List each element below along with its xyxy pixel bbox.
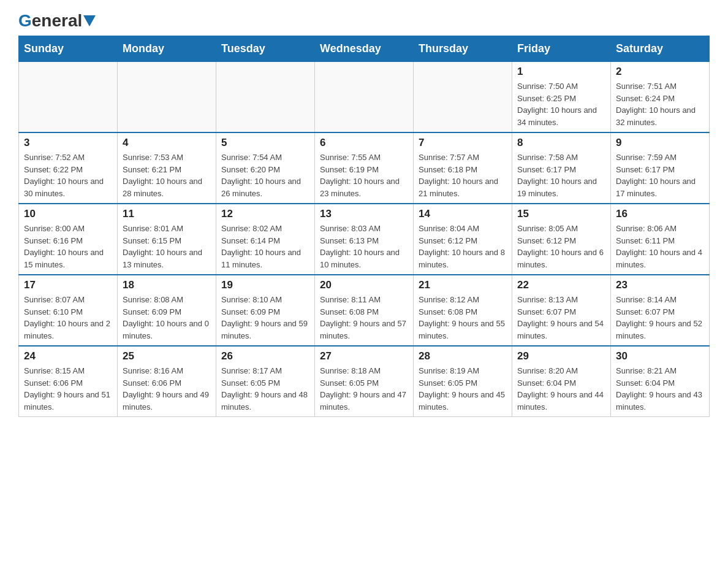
day-info: Sunrise: 8:06 AMSunset: 6:11 PMDaylight:… <box>616 223 704 270</box>
day-number: 24 <box>24 350 112 362</box>
day-info: Sunrise: 8:17 AMSunset: 6:05 PMDaylight:… <box>221 365 309 413</box>
calendar-cell: 5Sunrise: 7:54 AMSunset: 6:20 PMDaylight… <box>216 132 315 204</box>
calendar-cell: 19Sunrise: 8:10 AMSunset: 6:09 PMDayligh… <box>216 275 315 346</box>
day-info: Sunrise: 8:11 AMSunset: 6:08 PMDaylight:… <box>320 294 408 342</box>
day-number: 10 <box>24 208 112 220</box>
day-number: 27 <box>320 350 408 362</box>
day-number: 26 <box>221 350 309 362</box>
day-number: 19 <box>221 279 309 291</box>
calendar-cell: 25Sunrise: 8:16 AMSunset: 6:06 PMDayligh… <box>118 346 216 417</box>
day-info: Sunrise: 8:14 AMSunset: 6:07 PMDaylight:… <box>616 294 704 342</box>
day-info: Sunrise: 8:07 AMSunset: 6:10 PMDaylight:… <box>24 294 112 342</box>
calendar-cell <box>19 62 118 133</box>
day-number: 4 <box>123 137 211 149</box>
day-info: Sunrise: 8:16 AMSunset: 6:06 PMDaylight:… <box>123 365 211 413</box>
calendar-cell: 30Sunrise: 8:21 AMSunset: 6:04 PMDayligh… <box>611 346 710 417</box>
day-info: Sunrise: 8:12 AMSunset: 6:08 PMDaylight:… <box>419 294 507 342</box>
day-number: 25 <box>123 350 211 362</box>
day-info: Sunrise: 7:53 AMSunset: 6:21 PMDaylight:… <box>123 151 211 199</box>
calendar-week-row: 1Sunrise: 7:50 AMSunset: 6:25 PMDaylight… <box>19 62 710 133</box>
calendar-cell: 4Sunrise: 7:53 AMSunset: 6:21 PMDaylight… <box>118 132 216 204</box>
calendar-cell <box>315 62 414 133</box>
day-number: 9 <box>616 137 704 149</box>
calendar-header-wednesday: Wednesday <box>315 36 414 62</box>
calendar-cell: 18Sunrise: 8:08 AMSunset: 6:09 PMDayligh… <box>118 275 216 346</box>
day-info: Sunrise: 8:01 AMSunset: 6:15 PMDaylight:… <box>123 223 211 270</box>
day-info: Sunrise: 8:08 AMSunset: 6:09 PMDaylight:… <box>123 294 211 342</box>
day-number: 8 <box>517 137 605 149</box>
day-info: Sunrise: 8:02 AMSunset: 6:14 PMDaylight:… <box>221 223 309 270</box>
day-info: Sunrise: 8:15 AMSunset: 6:06 PMDaylight:… <box>24 365 112 413</box>
day-info: Sunrise: 8:03 AMSunset: 6:13 PMDaylight:… <box>320 223 408 270</box>
day-number: 7 <box>419 137 507 149</box>
day-number: 2 <box>616 66 704 78</box>
calendar-cell: 12Sunrise: 8:02 AMSunset: 6:14 PMDayligh… <box>216 204 315 275</box>
calendar-header-saturday: Saturday <box>611 36 710 62</box>
day-info: Sunrise: 7:54 AMSunset: 6:20 PMDaylight:… <box>221 151 309 199</box>
day-info: Sunrise: 7:57 AMSunset: 6:18 PMDaylight:… <box>419 151 507 199</box>
logo-eneral: eneral <box>32 11 83 30</box>
day-info: Sunrise: 7:51 AMSunset: 6:24 PMDaylight:… <box>616 80 704 128</box>
calendar-header-row: SundayMondayTuesdayWednesdayThursdayFrid… <box>19 36 710 62</box>
calendar-week-row: 10Sunrise: 8:00 AMSunset: 6:16 PMDayligh… <box>19 204 710 275</box>
calendar-week-row: 3Sunrise: 7:52 AMSunset: 6:22 PMDaylight… <box>19 132 710 204</box>
calendar-cell: 3Sunrise: 7:52 AMSunset: 6:22 PMDaylight… <box>19 132 118 204</box>
day-number: 20 <box>320 279 408 291</box>
calendar-cell <box>118 62 216 133</box>
calendar-header-sunday: Sunday <box>19 36 118 62</box>
day-number: 28 <box>419 350 507 362</box>
day-number: 5 <box>221 137 309 149</box>
day-number: 22 <box>517 279 605 291</box>
calendar-cell <box>414 62 512 133</box>
day-number: 30 <box>616 350 704 362</box>
calendar-cell: 2Sunrise: 7:51 AMSunset: 6:24 PMDaylight… <box>611 62 710 133</box>
day-number: 14 <box>419 208 507 220</box>
day-info: Sunrise: 8:20 AMSunset: 6:04 PMDaylight:… <box>517 365 605 413</box>
calendar-table: SundayMondayTuesdayWednesdayThursdayFrid… <box>18 36 710 417</box>
page-header: General <box>18 12 710 29</box>
day-info: Sunrise: 8:21 AMSunset: 6:04 PMDaylight:… <box>616 365 704 413</box>
day-info: Sunrise: 8:13 AMSunset: 6:07 PMDaylight:… <box>517 294 605 342</box>
calendar-header-thursday: Thursday <box>414 36 512 62</box>
day-number: 12 <box>221 208 309 220</box>
day-number: 11 <box>123 208 211 220</box>
logo-g: G <box>18 11 32 30</box>
calendar-cell: 27Sunrise: 8:18 AMSunset: 6:05 PMDayligh… <box>315 346 414 417</box>
day-info: Sunrise: 7:59 AMSunset: 6:17 PMDaylight:… <box>616 151 704 199</box>
logo-text-top: General <box>18 12 96 29</box>
day-number: 1 <box>517 66 605 78</box>
calendar-cell: 7Sunrise: 7:57 AMSunset: 6:18 PMDaylight… <box>414 132 512 204</box>
calendar-cell: 24Sunrise: 8:15 AMSunset: 6:06 PMDayligh… <box>19 346 118 417</box>
calendar-cell: 28Sunrise: 8:19 AMSunset: 6:05 PMDayligh… <box>414 346 512 417</box>
calendar-week-row: 24Sunrise: 8:15 AMSunset: 6:06 PMDayligh… <box>19 346 710 417</box>
logo-triangle-icon <box>83 15 96 26</box>
day-number: 3 <box>24 137 112 149</box>
day-info: Sunrise: 7:52 AMSunset: 6:22 PMDaylight:… <box>24 151 112 199</box>
day-number: 13 <box>320 208 408 220</box>
calendar-header-friday: Friday <box>512 36 611 62</box>
day-info: Sunrise: 8:00 AMSunset: 6:16 PMDaylight:… <box>24 223 112 270</box>
day-info: Sunrise: 7:50 AMSunset: 6:25 PMDaylight:… <box>517 80 605 128</box>
day-info: Sunrise: 8:19 AMSunset: 6:05 PMDaylight:… <box>419 365 507 413</box>
day-number: 23 <box>616 279 704 291</box>
calendar-cell: 29Sunrise: 8:20 AMSunset: 6:04 PMDayligh… <box>512 346 611 417</box>
calendar-cell: 11Sunrise: 8:01 AMSunset: 6:15 PMDayligh… <box>118 204 216 275</box>
calendar-header-monday: Monday <box>118 36 216 62</box>
day-info: Sunrise: 7:55 AMSunset: 6:19 PMDaylight:… <box>320 151 408 199</box>
calendar-cell: 14Sunrise: 8:04 AMSunset: 6:12 PMDayligh… <box>414 204 512 275</box>
day-number: 6 <box>320 137 408 149</box>
day-number: 18 <box>123 279 211 291</box>
day-number: 21 <box>419 279 507 291</box>
calendar-week-row: 17Sunrise: 8:07 AMSunset: 6:10 PMDayligh… <box>19 275 710 346</box>
calendar-cell: 21Sunrise: 8:12 AMSunset: 6:08 PMDayligh… <box>414 275 512 346</box>
calendar-cell: 6Sunrise: 7:55 AMSunset: 6:19 PMDaylight… <box>315 132 414 204</box>
calendar-header-tuesday: Tuesday <box>216 36 315 62</box>
calendar-cell: 22Sunrise: 8:13 AMSunset: 6:07 PMDayligh… <box>512 275 611 346</box>
day-number: 29 <box>517 350 605 362</box>
day-info: Sunrise: 8:18 AMSunset: 6:05 PMDaylight:… <box>320 365 408 413</box>
day-number: 16 <box>616 208 704 220</box>
calendar-cell: 13Sunrise: 8:03 AMSunset: 6:13 PMDayligh… <box>315 204 414 275</box>
day-info: Sunrise: 8:05 AMSunset: 6:12 PMDaylight:… <box>517 223 605 270</box>
calendar-cell: 20Sunrise: 8:11 AMSunset: 6:08 PMDayligh… <box>315 275 414 346</box>
day-number: 17 <box>24 279 112 291</box>
